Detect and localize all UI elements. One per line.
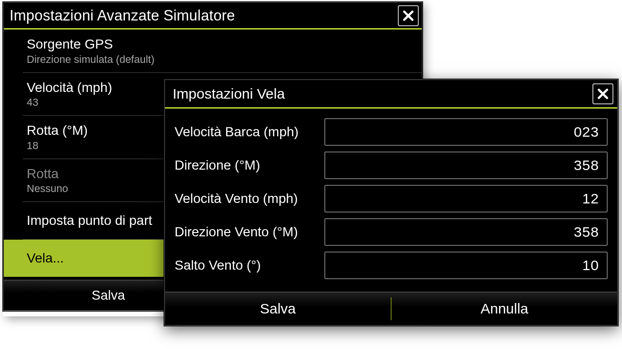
- field-wind-direction: Direzione Vento (°M) 358: [175, 215, 608, 249]
- field-value: 023: [574, 124, 599, 140]
- dialog-title: Impostazioni Avanzate Simulatore: [10, 7, 398, 24]
- cancel-button[interactable]: Annulla: [392, 293, 617, 325]
- row-value: Direzione simulata (default): [27, 53, 422, 66]
- dialog-titlebar: Impostazioni Vela: [165, 80, 617, 109]
- button-label: Annulla: [480, 301, 528, 317]
- boat-speed-input[interactable]: 023: [324, 118, 608, 146]
- wind-shift-input[interactable]: 10: [324, 252, 608, 279]
- field-value: 12: [582, 191, 599, 207]
- dialog-footer: Salva Annulla: [165, 292, 617, 325]
- close-button[interactable]: [398, 5, 419, 26]
- wind-speed-input[interactable]: 12: [324, 185, 608, 212]
- field-wind-speed: Velocità Vento (mph) 12: [175, 182, 608, 215]
- field-label: Direzione (°M): [175, 158, 318, 173]
- button-label: Salva: [92, 288, 125, 303]
- row-title: Sorgente GPS: [27, 36, 422, 52]
- field-value: 358: [574, 157, 599, 173]
- field-label: Salto Vento (°): [175, 258, 318, 273]
- dialog-titlebar: Impostazioni Avanzate Simulatore: [4, 3, 422, 30]
- save-button[interactable]: Salva: [165, 293, 391, 325]
- close-button[interactable]: [592, 83, 613, 104]
- wind-direction-input[interactable]: 358: [324, 218, 608, 246]
- list-item-gps-source[interactable]: Sorgente GPS Direzione simulata (default…: [23, 30, 422, 73]
- sail-settings-dialog: Impostazioni Vela Velocità Barca (mph) 0…: [164, 79, 618, 326]
- field-heading: Direzione (°M) 358: [175, 149, 608, 182]
- form-body: Velocità Barca (mph) 023 Direzione (°M) …: [165, 109, 617, 289]
- dialog-title: Impostazioni Vela: [173, 86, 592, 102]
- field-value: 358: [574, 224, 599, 240]
- button-label: Salva: [260, 301, 296, 317]
- field-label: Direzione Vento (°M): [175, 224, 318, 240]
- field-value: 10: [582, 257, 599, 273]
- heading-input[interactable]: 358: [324, 152, 608, 179]
- field-wind-shift: Salto Vento (°) 10: [175, 249, 608, 282]
- field-boat-speed: Velocità Barca (mph) 023: [175, 115, 608, 149]
- field-label: Velocità Vento (mph): [175, 191, 318, 206]
- close-icon: [597, 88, 609, 100]
- close-icon: [402, 10, 415, 22]
- field-label: Velocità Barca (mph): [175, 124, 318, 140]
